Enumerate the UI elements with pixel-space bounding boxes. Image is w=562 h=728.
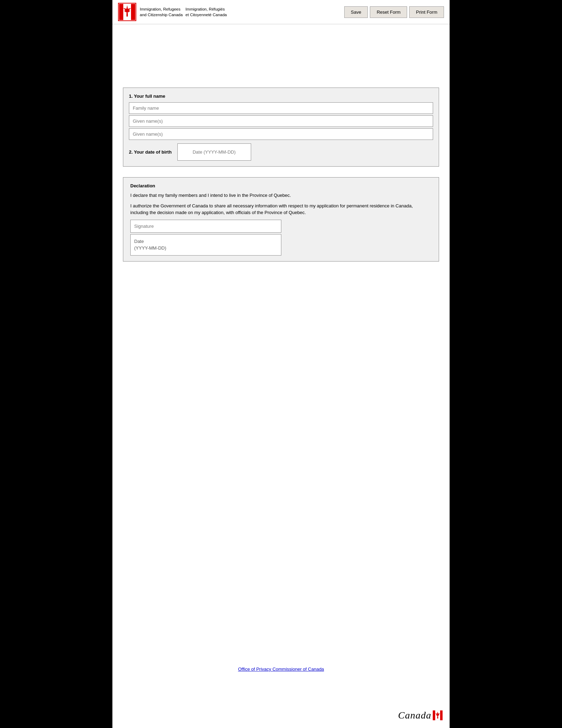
dob-row: 2. Your date of birth [129, 143, 433, 161]
svg-rect-6 [433, 710, 435, 720]
svg-rect-2 [131, 4, 135, 20]
canada-wordmark: Canada [398, 710, 443, 721]
form-section-personal: 1. Your full name 2. Your date of birth [123, 88, 439, 167]
given-name2-field[interactable] [129, 128, 433, 140]
reset-form-button[interactable]: Reset Form [370, 6, 407, 18]
given-name1-input[interactable] [133, 118, 429, 124]
org-name-en: Immigration, Refugees and Citizenship Ca… [140, 6, 183, 18]
svg-rect-1 [119, 4, 123, 20]
declaration-title: Declaration [130, 183, 432, 188]
date-field[interactable]: Date (YYYY-MM-DD) [130, 234, 281, 256]
logo-group: Immigration, Refugees and Citizenship Ca… [118, 3, 227, 21]
date-label-line1: Date [134, 238, 277, 245]
canada-flag-logo [118, 3, 136, 21]
family-name-input[interactable] [133, 105, 429, 111]
canada-flag-wordmark [433, 710, 443, 720]
page-header: Immigration, Refugees and Citizenship Ca… [112, 0, 450, 24]
header-buttons: Save Reset Form Print Form [344, 6, 444, 18]
given-name2-input[interactable] [133, 131, 429, 137]
declaration-section: Declaration I declare that my family mem… [123, 177, 439, 262]
canada-word: Canada [398, 710, 431, 721]
dob-input[interactable] [181, 149, 247, 155]
save-button[interactable]: Save [344, 6, 368, 18]
section1-label: 1. Your full name [129, 94, 433, 99]
svg-rect-4 [126, 13, 128, 17]
org-name-fr: Immigration, Réfugiés et Citoyenneté Can… [185, 6, 227, 18]
dob-label: 2. Your date of birth [129, 149, 172, 155]
date-label-line2: (YYYY-MM-DD) [134, 245, 277, 252]
signature-input[interactable] [134, 224, 277, 229]
declaration-text1: I declare that my family members and I i… [130, 192, 432, 199]
print-form-button[interactable]: Print Form [409, 6, 444, 18]
family-name-field[interactable] [129, 102, 433, 114]
page-content: Immigration, Refugees and Citizenship Ca… [112, 0, 450, 728]
declaration-text2: I authorize the Government of Canada to … [130, 202, 432, 216]
dob-field[interactable] [177, 143, 251, 161]
given-name1-field[interactable] [129, 115, 433, 127]
svg-rect-9 [437, 716, 438, 719]
org-name-block: Immigration, Refugees and Citizenship Ca… [140, 6, 227, 18]
footer-link-container: Office of Privacy Commissioner of Canada [238, 666, 324, 672]
privacy-commissioner-link[interactable]: Office of Privacy Commissioner of Canada [238, 666, 324, 672]
signature-field[interactable] [130, 220, 281, 233]
svg-rect-7 [440, 710, 443, 720]
